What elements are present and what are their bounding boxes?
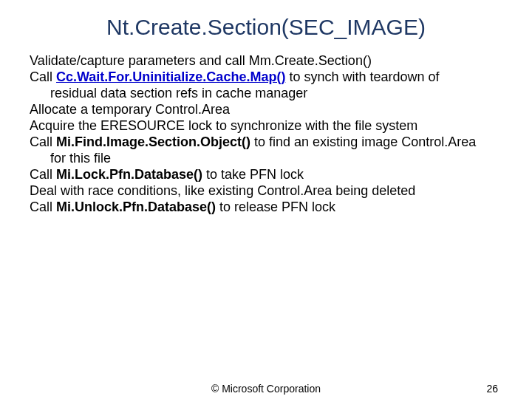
line-7: for this file (30, 151, 510, 167)
slide: Nt.Create.Section(SEC_IMAGE) Validate/ca… (0, 0, 532, 399)
slide-title: Nt.Create.Section(SEC_IMAGE) (0, 0, 532, 53)
line-8-prefix: Call (30, 167, 56, 182)
line-6: Call Mi.Find.Image.Section.Object() to f… (30, 134, 510, 151)
line-10-suffix: to release PFN lock (216, 200, 335, 214)
line-6-suffix: to find an existing image Control.Area (250, 134, 476, 149)
bold-miunlockpfndatabase: Mi.Unlock.Pfn.Database() (56, 200, 216, 214)
line-10: Call Mi.Unlock.Pfn.Database() to release… (30, 200, 510, 216)
line-3: residual data section refs in cache mana… (30, 86, 510, 102)
line-8-suffix: to take PFN lock (202, 167, 304, 182)
line-6-prefix: Call (30, 134, 56, 149)
slide-body: Validate/capture parameters and call Mm.… (0, 53, 532, 216)
bold-mifindimagesectionobject: Mi.Find.Image.Section.Object() (56, 134, 250, 149)
line-9: Deal with race conditions, like existing… (30, 183, 510, 200)
line-4: Allocate a temporary Control.Area (30, 102, 510, 118)
line-8: Call Mi.Lock.Pfn.Database() to take PFN … (30, 167, 510, 183)
copyright: © Microsoft Corporation (0, 383, 532, 395)
line-10-prefix: Call (30, 200, 56, 214)
line-2: Call Cc.Wait.For.Uninitialize.Cache.Map(… (30, 69, 510, 86)
line-1: Validate/capture parameters and call Mm.… (30, 53, 510, 69)
line-2-prefix: Call (30, 69, 56, 84)
bold-milockpfndatabase: Mi.Lock.Pfn.Database() (56, 167, 202, 182)
link-ccwaitforuninitializecachemap[interactable]: Cc.Wait.For.Uninitialize.Cache.Map() (56, 69, 285, 84)
line-2-suffix: to synch with teardown of (285, 69, 439, 84)
line-5: Acquire the ERESOURCE lock to synchroniz… (30, 118, 510, 134)
page-number: 26 (486, 383, 498, 395)
